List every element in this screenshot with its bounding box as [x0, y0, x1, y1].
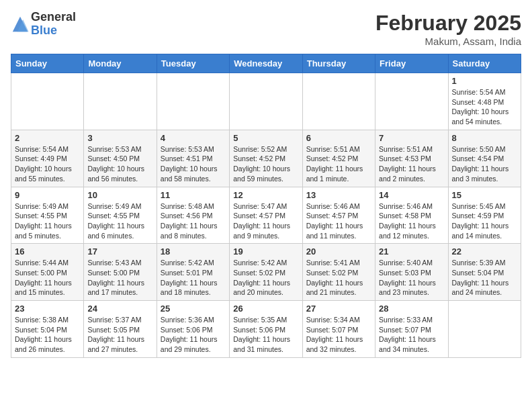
day-number: 9 [15, 190, 80, 200]
weekday-header-wednesday: Wednesday [230, 54, 302, 73]
calendar-cell [84, 73, 157, 130]
calendar-cell: 10Sunrise: 5:49 AMSunset: 4:55 PMDayligh… [84, 187, 157, 244]
day-info: Sunrise: 5:49 AMSunset: 4:55 PMDaylight:… [15, 201, 80, 241]
day-info: Sunrise: 5:34 AMSunset: 5:07 PMDaylight:… [306, 315, 371, 355]
calendar-cell: 18Sunrise: 5:42 AMSunset: 5:01 PMDayligh… [157, 244, 229, 301]
day-info: Sunrise: 5:48 AMSunset: 4:56 PMDaylight:… [161, 201, 226, 241]
day-number: 4 [161, 133, 226, 143]
calendar-cell: 17Sunrise: 5:43 AMSunset: 5:00 PMDayligh… [84, 244, 157, 301]
calendar-cell: 20Sunrise: 5:41 AMSunset: 5:02 PMDayligh… [302, 244, 375, 301]
day-number: 13 [306, 190, 371, 200]
calendar-cell: 28Sunrise: 5:33 AMSunset: 5:07 PMDayligh… [375, 301, 448, 358]
day-number: 5 [233, 133, 298, 143]
calendar-cell: 22Sunrise: 5:39 AMSunset: 5:04 PMDayligh… [448, 244, 521, 301]
weekday-header-friday: Friday [375, 54, 448, 73]
calendar-cell [230, 73, 302, 130]
calendar-cell: 23Sunrise: 5:38 AMSunset: 5:04 PMDayligh… [11, 301, 84, 358]
day-number: 1 [452, 76, 517, 86]
day-number: 7 [379, 133, 444, 143]
weekday-header-sunday: Sunday [11, 54, 84, 73]
day-number: 21 [379, 246, 444, 257]
day-info: Sunrise: 5:50 AMSunset: 4:54 PMDaylight:… [452, 144, 517, 184]
day-number: 12 [233, 190, 298, 200]
day-info: Sunrise: 5:43 AMSunset: 5:00 PMDaylight:… [87, 258, 152, 298]
calendar-cell: 25Sunrise: 5:36 AMSunset: 5:06 PMDayligh… [157, 301, 229, 358]
calendar-cell: 13Sunrise: 5:46 AMSunset: 4:57 PMDayligh… [302, 187, 375, 244]
day-number: 15 [452, 190, 517, 200]
day-number: 8 [452, 133, 517, 143]
day-number: 22 [452, 246, 517, 257]
calendar-week-1: 1Sunrise: 5:54 AMSunset: 4:48 PMDaylight… [11, 73, 521, 130]
day-info: Sunrise: 5:51 AMSunset: 4:52 PMDaylight:… [306, 144, 371, 184]
calendar-cell: 6Sunrise: 5:51 AMSunset: 4:52 PMDaylight… [302, 130, 375, 187]
calendar-cell: 2Sunrise: 5:54 AMSunset: 4:49 PMDaylight… [11, 130, 84, 187]
day-number: 17 [87, 246, 152, 257]
day-info: Sunrise: 5:46 AMSunset: 4:58 PMDaylight:… [379, 201, 444, 241]
day-number: 11 [161, 190, 226, 200]
day-info: Sunrise: 5:47 AMSunset: 4:57 PMDaylight:… [233, 201, 298, 241]
calendar-cell: 5Sunrise: 5:52 AMSunset: 4:52 PMDaylight… [230, 130, 302, 187]
day-number: 3 [87, 133, 152, 143]
location-title: Makum, Assam, India [375, 36, 521, 47]
day-info: Sunrise: 5:53 AMSunset: 4:51 PMDaylight:… [161, 144, 226, 184]
day-number: 19 [233, 246, 298, 257]
calendar-cell: 9Sunrise: 5:49 AMSunset: 4:55 PMDaylight… [11, 187, 84, 244]
day-number: 2 [15, 133, 80, 143]
day-info: Sunrise: 5:54 AMSunset: 4:49 PMDaylight:… [15, 144, 80, 184]
day-number: 14 [379, 190, 444, 200]
day-info: Sunrise: 5:37 AMSunset: 5:05 PMDaylight:… [87, 315, 152, 355]
day-info: Sunrise: 5:41 AMSunset: 5:02 PMDaylight:… [306, 258, 371, 298]
month-title: February 2025 [375, 11, 521, 36]
day-info: Sunrise: 5:46 AMSunset: 4:57 PMDaylight:… [306, 201, 371, 241]
day-info: Sunrise: 5:49 AMSunset: 4:55 PMDaylight:… [87, 201, 152, 241]
calendar-week-2: 2Sunrise: 5:54 AMSunset: 4:49 PMDaylight… [11, 130, 521, 187]
calendar-week-5: 23Sunrise: 5:38 AMSunset: 5:04 PMDayligh… [11, 301, 521, 358]
weekday-header-saturday: Saturday [448, 54, 521, 73]
calendar-cell: 8Sunrise: 5:50 AMSunset: 4:54 PMDaylight… [448, 130, 521, 187]
calendar-cell: 24Sunrise: 5:37 AMSunset: 5:05 PMDayligh… [84, 301, 157, 358]
day-number: 18 [161, 246, 226, 257]
calendar-cell: 12Sunrise: 5:47 AMSunset: 4:57 PMDayligh… [230, 187, 302, 244]
day-info: Sunrise: 5:51 AMSunset: 4:53 PMDaylight:… [379, 144, 444, 184]
weekday-header-tuesday: Tuesday [157, 54, 229, 73]
day-info: Sunrise: 5:39 AMSunset: 5:04 PMDaylight:… [452, 258, 517, 298]
day-info: Sunrise: 5:45 AMSunset: 4:59 PMDaylight:… [452, 201, 517, 241]
calendar-cell: 11Sunrise: 5:48 AMSunset: 4:56 PMDayligh… [157, 187, 229, 244]
calendar-week-4: 16Sunrise: 5:44 AMSunset: 5:00 PMDayligh… [11, 244, 521, 301]
day-number: 23 [15, 304, 80, 314]
calendar-cell: 4Sunrise: 5:53 AMSunset: 4:51 PMDaylight… [157, 130, 229, 187]
calendar-cell [448, 301, 521, 358]
logo-icon [11, 15, 30, 34]
day-info: Sunrise: 5:33 AMSunset: 5:07 PMDaylight:… [379, 315, 444, 355]
day-info: Sunrise: 5:38 AMSunset: 5:04 PMDaylight:… [15, 315, 80, 355]
logo-blue-text: Blue [31, 24, 76, 38]
calendar-cell: 14Sunrise: 5:46 AMSunset: 4:58 PMDayligh… [375, 187, 448, 244]
day-info: Sunrise: 5:40 AMSunset: 5:03 PMDaylight:… [379, 258, 444, 298]
calendar-cell [375, 73, 448, 130]
day-number: 25 [161, 304, 226, 314]
calendar-cell: 19Sunrise: 5:42 AMSunset: 5:02 PMDayligh… [230, 244, 302, 301]
day-number: 27 [306, 304, 371, 314]
weekday-header-thursday: Thursday [302, 54, 375, 73]
day-info: Sunrise: 5:54 AMSunset: 4:48 PMDaylight:… [452, 87, 517, 127]
calendar-cell: 21Sunrise: 5:40 AMSunset: 5:03 PMDayligh… [375, 244, 448, 301]
calendar-cell [11, 73, 84, 130]
day-number: 16 [15, 246, 80, 257]
day-info: Sunrise: 5:35 AMSunset: 5:06 PMDaylight:… [233, 315, 298, 355]
weekday-header-monday: Monday [84, 54, 157, 73]
logo: General Blue [11, 11, 76, 38]
calendar-cell: 1Sunrise: 5:54 AMSunset: 4:48 PMDaylight… [448, 73, 521, 130]
day-info: Sunrise: 5:44 AMSunset: 5:00 PMDaylight:… [15, 258, 80, 298]
calendar-cell [157, 73, 229, 130]
calendar-week-3: 9Sunrise: 5:49 AMSunset: 4:55 PMDaylight… [11, 187, 521, 244]
day-number: 10 [87, 190, 152, 200]
calendar-cell: 27Sunrise: 5:34 AMSunset: 5:07 PMDayligh… [302, 301, 375, 358]
calendar-cell: 26Sunrise: 5:35 AMSunset: 5:06 PMDayligh… [230, 301, 302, 358]
calendar-header-row: SundayMondayTuesdayWednesdayThursdayFrid… [11, 54, 521, 73]
page-header: General Blue February 2025 Makum, Assam,… [11, 11, 521, 47]
day-number: 28 [379, 304, 444, 314]
day-info: Sunrise: 5:36 AMSunset: 5:06 PMDaylight:… [161, 315, 226, 355]
title-area: February 2025 Makum, Assam, India [375, 11, 521, 47]
day-info: Sunrise: 5:42 AMSunset: 5:01 PMDaylight:… [161, 258, 226, 298]
calendar-cell: 16Sunrise: 5:44 AMSunset: 5:00 PMDayligh… [11, 244, 84, 301]
